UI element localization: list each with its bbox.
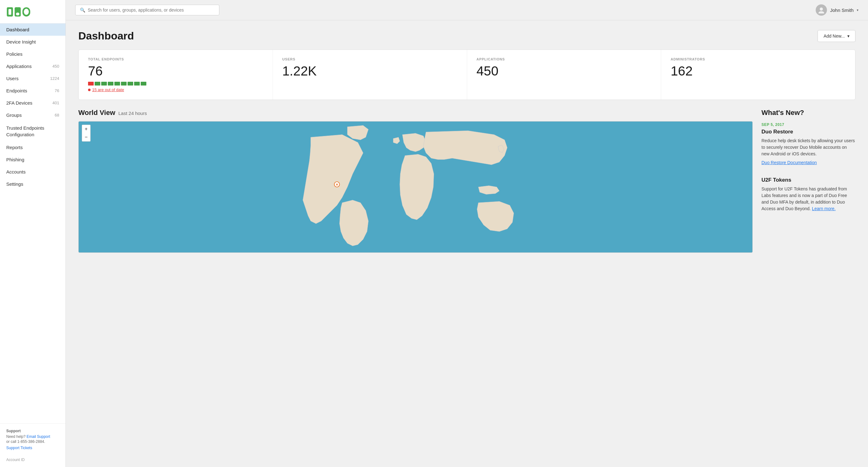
support-tickets-link[interactable]: Support Tickets [6, 446, 32, 450]
search-box[interactable]: 🔍 [75, 5, 219, 15]
bar-green-8 [141, 82, 146, 86]
email-support-link[interactable]: Email Support [27, 434, 50, 439]
bar-green-1 [95, 82, 100, 86]
user-name: John Smith [830, 7, 854, 13]
sidebar-item-device-insight[interactable]: Device Insight [0, 36, 65, 48]
out-of-date: 15 are out of date [88, 88, 263, 92]
news-date-0: SEP 5, 2017 [762, 123, 856, 127]
search-icon: 🔍 [80, 7, 85, 12]
users-value: 1.22K [282, 64, 458, 78]
zoom-out-button[interactable]: − [82, 133, 90, 141]
bar-green-7 [134, 82, 140, 86]
bar-green-5 [121, 82, 127, 86]
search-input[interactable] [88, 7, 215, 12]
out-of-date-dot [88, 89, 91, 91]
sidebar-item-applications[interactable]: Applications 450 [0, 60, 65, 72]
support-phone: or call 1-855-386-2884. [6, 439, 59, 444]
svg-point-8 [820, 7, 823, 11]
news-title-1: U2F Tokens [762, 177, 856, 183]
main-content: 🔍 John Smith ▾ Dashboard Add New... ▾ [66, 0, 868, 467]
whats-new-title: What's New? [762, 109, 856, 117]
account-id-label: Account ID [0, 455, 65, 467]
out-of-date-link[interactable]: 15 are out of date [92, 88, 124, 92]
stat-card-applications: APPLICATIONS 450 [467, 50, 661, 100]
applications-label: APPLICATIONS [476, 57, 652, 61]
news-item-1: U2F Tokens Support for U2F Tokens has gr… [762, 177, 856, 212]
page-title: Dashboard [78, 30, 134, 42]
duo-logo-svg [6, 6, 31, 18]
bar-green-4 [114, 82, 120, 86]
support-text: Need help? Email Support [6, 434, 59, 439]
sidebar-item-reports[interactable]: Reports [0, 141, 65, 154]
add-new-button[interactable]: Add New... ▾ [817, 30, 856, 42]
sidebar-item-phishing[interactable]: Phishing [0, 154, 65, 166]
administrators-label: ADMINISTRATORS [671, 57, 846, 61]
svg-point-7 [24, 9, 29, 15]
administrators-value: 162 [671, 64, 846, 78]
sidebar-item-endpoints[interactable]: Endpoints 76 [0, 85, 65, 97]
sidebar-item-dashboard[interactable]: Dashboard [0, 24, 65, 36]
bar-green-6 [127, 82, 133, 86]
sidebar-item-trusted-endpoints[interactable]: Trusted Endpoints Configuration [0, 121, 65, 141]
news-link-1[interactable]: Learn more. [812, 206, 835, 211]
zoom-in-button[interactable]: + [82, 125, 90, 133]
news-text-0: Reduce help desk tickets by allowing you… [762, 137, 856, 157]
news-divider [762, 171, 856, 171]
bar-green-3 [108, 82, 114, 86]
duo-logo [6, 6, 59, 18]
chevron-down-icon: ▾ [857, 8, 859, 12]
user-menu[interactable]: John Smith ▾ [816, 4, 859, 16]
endpoint-bar [88, 82, 263, 86]
stats-row: TOTAL ENDPOINTS 76 15 are out of date [78, 49, 856, 100]
stat-card-administrators: ADMINISTRATORS 162 [661, 50, 855, 100]
svg-rect-3 [16, 7, 17, 13]
endpoints-value: 76 [88, 64, 263, 78]
world-map: + − [78, 121, 753, 253]
users-label: USERS [282, 57, 458, 61]
news-link-0[interactable]: Duo Restore Documentation [762, 160, 817, 165]
world-view-section: World View Last 24 hours + − [78, 109, 753, 253]
sidebar-item-users[interactable]: Users 1224 [0, 72, 65, 85]
applications-value: 450 [476, 64, 652, 78]
svg-rect-1 [8, 9, 11, 15]
svg-text:✕: ✕ [336, 183, 338, 186]
sidebar-support: Support Need help? Email Support or call… [0, 424, 65, 455]
bar-green-2 [101, 82, 107, 86]
bar-red [88, 82, 94, 86]
sidebar-item-accounts[interactable]: Accounts [0, 166, 65, 178]
dropdown-chevron-icon: ▾ [847, 34, 849, 38]
news-text-1: Support for U2F Tokens has graduated fro… [762, 186, 856, 212]
stat-card-endpoints: TOTAL ENDPOINTS 76 15 are out of date [79, 50, 273, 100]
map-svg: ✕ [79, 122, 752, 253]
news-title-0: Duo Restore [762, 129, 856, 135]
support-label: Support [6, 429, 59, 433]
whats-new-section: What's New? SEP 5, 2017 Duo Restore Redu… [762, 109, 856, 253]
sidebar-item-2fa-devices[interactable]: 2FA Devices 401 [0, 97, 65, 109]
avatar [816, 4, 827, 16]
topbar: 🔍 John Smith ▾ [66, 0, 868, 20]
news-item-0: SEP 5, 2017 Duo Restore Reduce help desk… [762, 123, 856, 165]
endpoints-label: TOTAL ENDPOINTS [88, 57, 263, 61]
sidebar: Dashboard Device Insight Policies Applic… [0, 0, 66, 467]
svg-rect-5 [16, 12, 20, 15]
world-view-title: World View Last 24 hours [78, 109, 753, 117]
content-area: Dashboard Add New... ▾ TOTAL ENDPOINTS 7… [66, 20, 868, 467]
svg-rect-4 [18, 7, 19, 13]
sidebar-item-policies[interactable]: Policies [0, 48, 65, 60]
sidebar-nav: Dashboard Device Insight Policies Applic… [0, 24, 65, 190]
bottom-section: World View Last 24 hours + − [78, 109, 856, 253]
page-header: Dashboard Add New... ▾ [78, 30, 856, 42]
sidebar-item-groups[interactable]: Groups 68 [0, 109, 65, 121]
logo-area [0, 0, 65, 24]
svg-point-9 [818, 11, 824, 13]
stat-card-users: USERS 1.22K [273, 50, 467, 100]
avatar-icon [818, 7, 825, 13]
sidebar-item-settings[interactable]: Settings [0, 178, 65, 190]
map-controls: + − [82, 125, 91, 141]
